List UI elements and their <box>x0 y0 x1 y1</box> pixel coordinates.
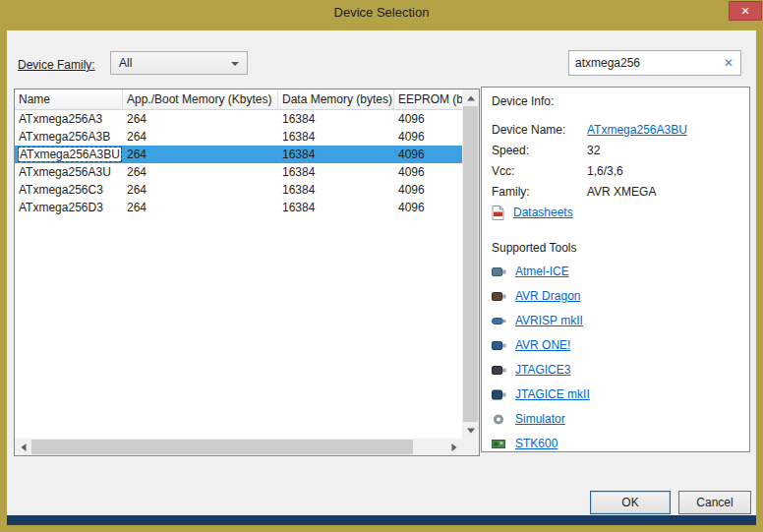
device-info-title: Device Info: <box>492 94 741 108</box>
triangle-right-icon <box>451 443 456 451</box>
device-selection-dialog: Device Selection ✕ Device Family: All ✕ … <box>0 0 763 532</box>
cell-data-memory: 16384 <box>278 163 394 181</box>
tool-link[interactable]: Atmel-ICE <box>515 265 569 278</box>
cell-data-memory: 16384 <box>278 146 394 163</box>
scroll-left-button[interactable] <box>15 439 31 455</box>
column-header-eeprom[interactable]: EEPROM (bytes) <box>394 89 462 109</box>
avrisp-mkii-icon <box>492 315 506 327</box>
field-value: 32 <box>587 144 600 157</box>
tool-link[interactable]: Simulator <box>515 412 565 426</box>
supported-tools-title: Supported Tools <box>492 241 741 255</box>
cell-data-memory: 16384 <box>278 128 394 146</box>
cell-name: ATxmega256D3 <box>15 199 123 216</box>
tool-link[interactable]: STK600 <box>515 437 558 450</box>
cell-eeprom: 4096 <box>394 146 462 163</box>
close-icon: ✕ <box>740 5 749 17</box>
tool-link[interactable]: AVR Dragon <box>515 289 580 303</box>
cell-name: ATxmega256A3 <box>15 110 123 128</box>
field-label: Speed: <box>492 144 587 157</box>
cell-eeprom: 4096 <box>394 199 462 216</box>
cell-data-memory: 16384 <box>278 181 394 199</box>
horizontal-scrollbar[interactable] <box>15 439 462 455</box>
avr-dragon-icon <box>492 290 506 303</box>
footer-accent-strip <box>7 515 756 525</box>
field-value: AVR XMEGA <box>587 185 656 199</box>
device-info-panel: Device Info: Device Name:ATxmega256A3BU … <box>481 87 750 452</box>
field-label: Family: <box>492 185 587 199</box>
vertical-scrollbar[interactable] <box>462 89 479 439</box>
triangle-left-icon <box>21 443 26 451</box>
atmel-ice-icon <box>492 266 506 278</box>
column-header-name[interactable]: Name <box>15 89 123 109</box>
device-table: Name App./Boot Memory (Kbytes) Data Memo… <box>14 89 480 456</box>
cell-name: ATxmega256A3BU <box>15 146 123 163</box>
clear-search-icon[interactable]: ✕ <box>724 56 734 70</box>
table-row-selected[interactable]: ATxmega256A3BU 264 16384 4096 <box>15 146 462 163</box>
cell-app-boot-memory: 264 <box>123 128 278 146</box>
window-title: Device Selection <box>0 5 763 20</box>
tool-item: AVRISP mkII <box>492 314 741 327</box>
cell-data-memory: 16384 <box>278 199 394 216</box>
device-family-select[interactable]: All <box>110 51 248 75</box>
table-row[interactable]: ATxmega256D3 264 16384 4096 <box>15 199 462 216</box>
table-body: ATxmega256A3 264 16384 4096 ATxmega256A3… <box>15 110 462 439</box>
cancel-button[interactable]: Cancel <box>678 491 751 514</box>
jtagice-mkii-icon <box>492 388 506 401</box>
cell-app-boot-memory: 264 <box>123 163 278 181</box>
cell-eeprom: 4096 <box>394 128 462 146</box>
tool-item: Atmel-ICE <box>492 265 741 278</box>
ok-button[interactable]: OK <box>590 491 671 514</box>
cell-app-boot-memory: 264 <box>123 110 278 128</box>
column-header-data-memory[interactable]: Data Memory (bytes) <box>278 89 394 109</box>
device-info-field: Family:AVR XMEGA <box>492 185 741 199</box>
search-input[interactable] <box>569 51 719 75</box>
device-family-value: All <box>119 56 132 70</box>
table-row[interactable]: ATxmega256A3 264 16384 4096 <box>15 110 462 128</box>
vertical-scroll-thumb[interactable] <box>463 106 478 422</box>
tool-item: JTAGICE3 <box>492 363 741 377</box>
cell-name: ATxmega256A3U <box>15 163 123 181</box>
simulator-icon <box>492 413 506 426</box>
table-row[interactable]: ATxmega256A3U 264 16384 4096 <box>15 163 462 181</box>
horizontal-scroll-thumb[interactable] <box>31 440 413 454</box>
tool-link[interactable]: JTAGICE3 <box>515 363 570 377</box>
cell-name: ATxmega256C3 <box>15 181 123 199</box>
titlebar[interactable]: Device Selection ✕ <box>0 0 763 30</box>
table-row[interactable]: ATxmega256A3B 264 16384 4096 <box>15 128 462 146</box>
cell-app-boot-memory: 264 <box>123 146 278 163</box>
cell-eeprom: 4096 <box>394 110 462 128</box>
tool-item: AVR Dragon <box>492 289 741 303</box>
tool-link[interactable]: AVR ONE! <box>515 338 570 352</box>
scrollbar-corner <box>462 439 479 455</box>
table-header: Name App./Boot Memory (Kbytes) Data Memo… <box>15 89 462 110</box>
device-info-field: Speed:32 <box>492 144 741 157</box>
cell-eeprom: 4096 <box>394 181 462 199</box>
cell-app-boot-memory: 264 <box>123 181 278 199</box>
cell-eeprom: 4096 <box>394 163 462 181</box>
avr-one-icon <box>492 339 506 352</box>
tool-link[interactable]: AVRISP mkII <box>515 314 583 327</box>
triangle-up-icon <box>467 95 475 100</box>
tool-link[interactable]: JTAGICE mkII <box>515 387 590 401</box>
column-header-app-boot-memory[interactable]: App./Boot Memory (Kbytes) <box>123 89 278 109</box>
datasheets-link[interactable]: Datasheets <box>513 206 573 219</box>
stk600-icon <box>492 438 506 450</box>
tool-item: Simulator <box>492 412 741 426</box>
tool-item: STK600 <box>492 437 741 450</box>
device-family-label: Device Family: <box>18 58 95 72</box>
cell-name: ATxmega256A3B <box>15 128 123 146</box>
chevron-down-icon <box>231 62 239 66</box>
scroll-down-button[interactable] <box>462 422 479 439</box>
triangle-down-icon <box>467 428 475 433</box>
scroll-up-button[interactable] <box>462 89 479 106</box>
field-value: 1,6/3,6 <box>587 164 623 178</box>
table-row[interactable]: ATxmega256C3 264 16384 4096 <box>15 181 462 199</box>
close-button[interactable]: ✕ <box>729 1 762 21</box>
scroll-right-button[interactable] <box>445 439 462 455</box>
pdf-icon <box>492 207 506 219</box>
device-name-link[interactable]: ATxmega256A3BU <box>587 123 687 137</box>
device-info-field: Device Name:ATxmega256A3BU <box>492 123 741 137</box>
jtagice3-icon <box>492 364 506 377</box>
dialog-body: Device Family: All ✕ Name App./Boot Memo… <box>7 30 756 515</box>
cell-data-memory: 16384 <box>278 110 394 128</box>
